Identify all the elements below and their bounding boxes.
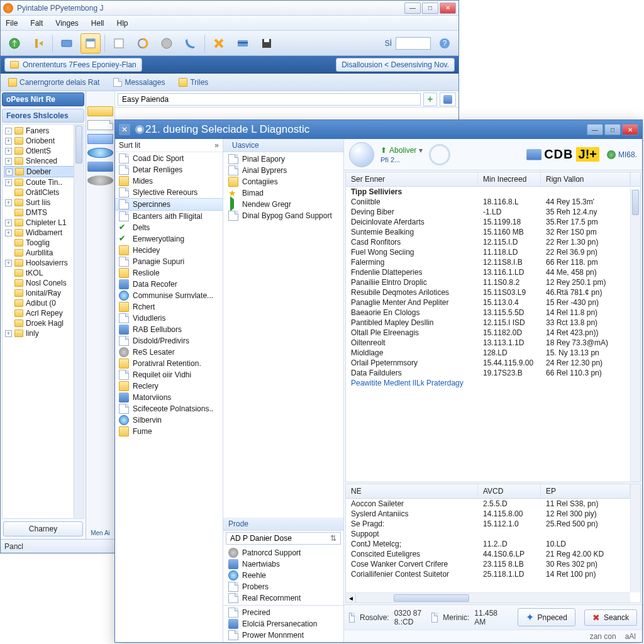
diag-big-icon[interactable] [349, 142, 374, 167]
table-row[interactable]: Orlail Ppeternmsory15.44.115.9.0024 Rer … [346, 358, 640, 368]
tree-item[interactable]: Tooglig [4, 238, 84, 248]
scrollbar[interactable] [74, 125, 84, 518]
menu-hell[interactable]: Hell [89, 18, 107, 29]
expand-icon[interactable]: - [5, 128, 12, 135]
mid-item[interactable]: Precired [223, 607, 343, 618]
diag-sidebar-item[interactable]: RAB Eellubors [115, 324, 223, 335]
diag-sidebar-item[interactable]: Data Recofer [115, 279, 223, 290]
diag-close-x-icon[interactable]: ✕ [119, 124, 130, 135]
expand-icon[interactable]: + [5, 219, 12, 226]
table-row[interactable]: Peawitite Medlent lILk Praterdagy [346, 378, 640, 388]
mid-item[interactable]: ★Bimad [223, 187, 343, 199]
breadcrumb[interactable]: Onrententurs 7Fees Eponiey-Flan [4, 58, 142, 72]
diag-sidebar-item[interactable]: Slylective Rereours [115, 187, 223, 198]
scroll-thumb[interactable] [75, 126, 82, 164]
diag-sidebar-item[interactable]: Mides [115, 175, 223, 187]
table-row[interactable]: Cose Wanker Corvert Crifere23.115 8.LB30… [346, 559, 640, 569]
table-row[interactable]: Suntemie Bealking15.1160 MB32 Rer 1S0 pm [346, 227, 640, 237]
table-row[interactable]: Panaglie Menter And Pepliter15.113.0.415… [346, 297, 640, 308]
mid-head-top[interactable]: Uasvice [223, 139, 343, 152]
toolbar-btn-delete[interactable] [209, 33, 229, 53]
diag-sidebar-item[interactable]: Vidudleris [115, 313, 223, 324]
col-header-1[interactable]: Ser Enner [346, 172, 478, 186]
tree-item[interactable]: +Doeber [4, 166, 84, 177]
scrollbar[interactable] [630, 484, 640, 592]
diag-sidebar-item[interactable]: Porativral Retention. [115, 358, 223, 369]
diag-sidebar-item[interactable]: ✔Eenweryotlaing [115, 233, 223, 245]
diag-sidebar-item[interactable]: Coad Dic Sport [115, 153, 223, 164]
table-row[interactable]: Fuel Wong Seciing11.118.LD22 Rel 36.9 pn… [346, 247, 640, 257]
table-row[interactable]: Mioldlage128.LD15. Ny 13.13 pn [346, 348, 640, 358]
strip-icon[interactable] [87, 120, 113, 130]
add-button[interactable]: + [423, 92, 437, 106]
aboliver-button[interactable]: ⬆Aboliver ▾ [380, 146, 423, 155]
diag-sidebar-item[interactable]: Communise Surnvlate... [115, 290, 223, 301]
expand-icon[interactable]: + [5, 179, 12, 186]
tree-item[interactable]: +Coute Tin.. [4, 177, 84, 187]
col-header-2[interactable]: AVCD [478, 484, 541, 498]
mid-item[interactable]: Contagiies [223, 176, 343, 187]
tab-1[interactable]: Canerngrorte delais Rat [4, 77, 103, 88]
expand-icon[interactable]: + [5, 330, 12, 337]
search-button[interactable]: ✖Seanck [584, 609, 637, 626]
diag-sidebar-item[interactable]: Spercinnes [115, 198, 223, 211]
mid-item[interactable]: Probers [223, 581, 343, 592]
diag-sidebar-item[interactable]: Scifeceote Polnatsions.. [115, 403, 223, 414]
table-row[interactable]: Oiltenreolt13.113.1.1D18 Rey 73.3@mA) [346, 338, 640, 348]
mid-dropdown[interactable]: AD P Danier Dose ⇅ [226, 532, 341, 545]
strip-icon[interactable] [87, 162, 113, 172]
tree-item[interactable]: +Surt liis [4, 197, 84, 208]
strip-icon[interactable] [87, 175, 113, 186]
table-row[interactable]: Panailiie Elntro Droplic11.1S0.8.212 Rey… [346, 277, 640, 287]
scroll-thumb[interactable] [394, 594, 469, 602]
diag-sidebar-item[interactable]: Resliole [115, 267, 223, 279]
mid-item[interactable]: Patnorcd Support [223, 547, 343, 558]
minimize-button[interactable]: — [404, 3, 421, 14]
mid-item[interactable]: Prower Monnment [223, 630, 343, 641]
table-row[interactable]: Fndenlie Dlatteperies13.116.1.LD44 Me, 4… [346, 267, 640, 277]
toolbar-btn-6[interactable] [133, 33, 153, 53]
toolbar-btn-1[interactable] [4, 33, 25, 53]
tree-item[interactable]: OrätlClets [4, 187, 84, 197]
scrollbar[interactable] [630, 189, 640, 482]
tree-item[interactable]: Aurbllita [4, 248, 84, 258]
col-header-3[interactable]: Rign Vallon [541, 172, 630, 186]
table-row[interactable]: Coniitble18.116.8.L44 Rey 15.3m' [346, 197, 640, 207]
table-row[interactable]: Baeaorie En Clologs13.115.5.5D14 Rel 11.… [346, 308, 640, 318]
table-row[interactable]: Deicinlovate Aferdarts15.1199.1835.Rer 1… [346, 217, 640, 227]
mid-item[interactable]: Pinal Eapory [223, 153, 343, 165]
close-button[interactable]: ✕ [440, 3, 456, 14]
expand-icon[interactable]: + [5, 199, 12, 206]
diag-sidebar-item[interactable]: Panagie Supuri [115, 256, 223, 267]
mid-item[interactable]: Nendew Gregr [223, 199, 343, 210]
toolbar-btn-phone[interactable] [180, 33, 201, 53]
table-row[interactable]: Data Faildulers19.17S23.B66 Rel 110.3 pn… [346, 368, 640, 378]
proceed-button[interactable]: ✦Pnpeced [518, 608, 575, 626]
sidebar-header[interactable]: Feores Shslcoles [2, 109, 84, 123]
mid-item[interactable]: Elolciä Prersanecation [223, 618, 343, 630]
expand-icon[interactable]: + [5, 148, 12, 155]
toolbar-btn-5[interactable] [109, 33, 129, 53]
view-button[interactable] [440, 92, 456, 106]
diag-sidebar-item[interactable]: Matorviions [115, 392, 223, 403]
menu-file[interactable]: File [3, 18, 20, 29]
menu-vinges[interactable]: Vinges [53, 18, 80, 29]
tree-item[interactable]: lonital/Ray [4, 288, 84, 298]
col-header-1[interactable]: NE [346, 484, 478, 498]
toolbar-input[interactable] [396, 37, 431, 50]
tree-item[interactable]: +Widbamert [4, 228, 84, 238]
h-scrollbar[interactable]: ◂ [346, 592, 630, 602]
tree-item[interactable]: Adibut (0 [4, 298, 84, 308]
tree-item[interactable]: DMTS [4, 208, 84, 218]
toolbar-btn-4[interactable] [80, 33, 101, 53]
search-icon[interactable] [429, 144, 450, 165]
mid-head-prode[interactable]: Prode [223, 518, 343, 531]
table-row[interactable]: ContJ Metelcg;11.2..D10.LD [346, 539, 640, 549]
diag-sidebar-item[interactable]: Detar Renliges [115, 164, 223, 175]
mi-indicator[interactable]: MI68. [607, 150, 637, 159]
table-row[interactable]: Coriallifenier Contest Suitetor25.118.1.… [346, 569, 640, 579]
diag-titlebar[interactable]: ✕ 21. dueting Seleciade L Diagnostic — □… [115, 120, 642, 139]
toolbar-btn-7[interactable] [157, 33, 177, 53]
table-row[interactable]: Casd Ronfitors12.115.I.D22 Rer 1.30 pn) [346, 237, 640, 247]
toolbar-btn-3[interactable] [57, 33, 77, 53]
